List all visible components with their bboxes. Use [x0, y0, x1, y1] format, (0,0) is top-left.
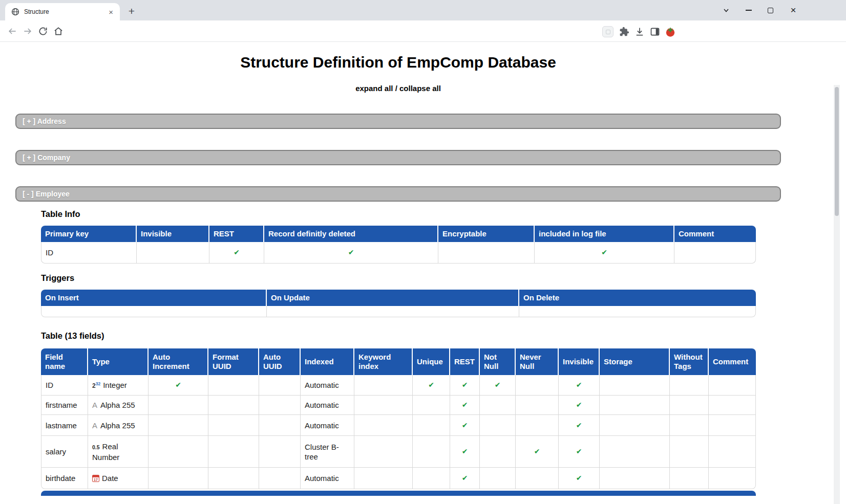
expand-collapse-links: expand all / collapse all — [15, 84, 781, 93]
cell-comment — [709, 436, 756, 468]
field-row-id: ID 232Integer ✔ Automatic ✔ ✔ ✔ ✔ — [41, 375, 756, 396]
table-info-row: ID ✔ ✔ ✔ — [41, 242, 756, 264]
minimize-window-button[interactable] — [741, 0, 756, 20]
cell-auto-uuid — [259, 396, 301, 415]
next-row-cutoff-band — [41, 491, 756, 496]
col-keyword-index: Keyword index — [354, 348, 413, 375]
collapse-all-link[interactable]: collapse all — [399, 84, 441, 93]
new-tab-button[interactable]: + — [124, 5, 139, 19]
browser-window: Structure × + × Fichie — [0, 0, 846, 504]
page-title: Structure Definition of EmpComp Database — [15, 42, 781, 71]
field-row-firstname: firstname AAlpha 255 Automatic ✔ ✔ — [41, 396, 756, 415]
col-type: Type — [88, 348, 149, 375]
employee-section-content: Table Info Primary key Invisible REST Re… — [41, 209, 781, 496]
cell-indexed: Cluster B-tree — [301, 436, 354, 468]
forward-button[interactable] — [20, 24, 35, 38]
cell-unique — [413, 468, 450, 489]
check-rest: ✔ — [450, 396, 480, 415]
downloads-icon[interactable] — [633, 25, 646, 38]
link-separator: / — [393, 84, 399, 93]
browser-tab-structure[interactable]: Structure × — [5, 3, 120, 20]
check-rest: ✔ — [450, 436, 480, 468]
check-rest: ✔ — [450, 375, 480, 396]
col-log-file: included in log file — [535, 226, 674, 242]
cell-invisible — [137, 242, 209, 264]
triggers-heading: Triggers — [41, 273, 781, 283]
cell-never-null — [516, 396, 559, 415]
tab-search-chevron-icon[interactable] — [718, 0, 734, 20]
cell-auto-uuid — [259, 375, 301, 396]
triggers-header-row: On Insert On Update On Delete — [41, 290, 756, 306]
reload-button[interactable] — [36, 24, 50, 38]
extensions-puzzle-icon[interactable] — [618, 25, 631, 38]
close-tab-icon[interactable]: × — [107, 8, 115, 16]
check-invisible: ✔ — [559, 436, 600, 468]
cell-not-null — [480, 468, 516, 489]
table-info-table: Primary key Invisible REST Record defini… — [41, 226, 756, 264]
cell-unique — [413, 415, 450, 436]
check-invisible: ✔ — [559, 396, 600, 415]
cell-unique — [413, 396, 450, 415]
check-invisible: ✔ — [559, 415, 600, 436]
disabled-extension-icon[interactable] — [601, 25, 615, 38]
field-name: birthdate — [41, 468, 88, 489]
check-never-null: ✔ — [516, 436, 559, 468]
cell-indexed: Automatic — [301, 468, 354, 489]
cell-keyword-index — [354, 436, 413, 468]
tomato-extension-icon[interactable] — [664, 25, 677, 38]
cell-comment — [709, 375, 756, 396]
cell-never-null — [516, 415, 559, 436]
col-never-null: Never Null — [516, 348, 559, 375]
alpha-type-icon: A — [92, 421, 97, 430]
table-info-header-row: Primary key Invisible REST Record defini… — [41, 226, 756, 242]
col-invisible: Invisible — [559, 348, 600, 375]
cell-storage — [600, 436, 670, 468]
cell-not-null — [480, 436, 516, 468]
field-row-salary: salary 0.5Real Number Cluster B-tree ✔ ✔ — [41, 436, 756, 468]
cell-indexed: Automatic — [301, 375, 354, 396]
cell-without-tags — [670, 396, 709, 415]
check-unique: ✔ — [413, 375, 450, 396]
document: Structure Definition of EmpComp Database… — [15, 42, 781, 496]
col-on-delete: On Delete — [519, 290, 756, 306]
col-unique: Unique — [413, 348, 450, 375]
integer-type-icon: 232 — [92, 382, 100, 389]
field-name: firstname — [41, 396, 88, 415]
cell-never-null — [516, 468, 559, 489]
cell-on-update — [267, 306, 519, 317]
cell-storage — [600, 375, 670, 396]
section-bar-address[interactable]: [ + ] Address — [15, 114, 781, 129]
check-auto-increment: ✔ — [149, 375, 208, 396]
fields-table: Field name Type Auto Increment Format UU… — [41, 348, 756, 489]
cell-comment — [674, 242, 756, 264]
maximize-window-button[interactable] — [763, 0, 778, 20]
expand-all-link[interactable]: expand all — [355, 84, 393, 93]
home-button[interactable] — [51, 24, 66, 38]
fields-heading: Table (13 fields) — [41, 331, 781, 341]
side-panel-icon[interactable] — [648, 25, 662, 38]
cell-unique — [413, 436, 450, 468]
scrollbar-thumb[interactable] — [835, 87, 839, 216]
cell-indexed: Automatic — [301, 396, 354, 415]
field-row-birthdate: birthdate 17Date Automatic ✔ ✔ — [41, 468, 756, 489]
cell-auto-increment — [149, 415, 208, 436]
cell-comment — [709, 415, 756, 436]
check-rest: ✔ — [450, 415, 480, 436]
col-field-name: Field name — [41, 348, 88, 375]
field-name: ID — [41, 375, 88, 396]
section-bar-company[interactable]: [ + ] Company — [15, 150, 781, 165]
cell-keyword-index — [354, 415, 413, 436]
col-indexed: Indexed — [301, 348, 354, 375]
cell-without-tags — [670, 468, 709, 489]
section-bar-employee[interactable]: [ - ] Employee — [15, 186, 781, 202]
field-type: 17Date — [88, 468, 149, 489]
cell-format-uuid — [208, 375, 259, 396]
cell-format-uuid — [208, 396, 259, 415]
cell-not-null — [480, 415, 516, 436]
check-not-null: ✔ — [480, 375, 516, 396]
cell-not-null — [480, 396, 516, 415]
cell-primary-key: ID — [41, 242, 137, 264]
vertical-scrollbar[interactable] — [834, 85, 840, 504]
close-window-button[interactable]: × — [786, 0, 801, 20]
back-button[interactable] — [5, 24, 19, 38]
